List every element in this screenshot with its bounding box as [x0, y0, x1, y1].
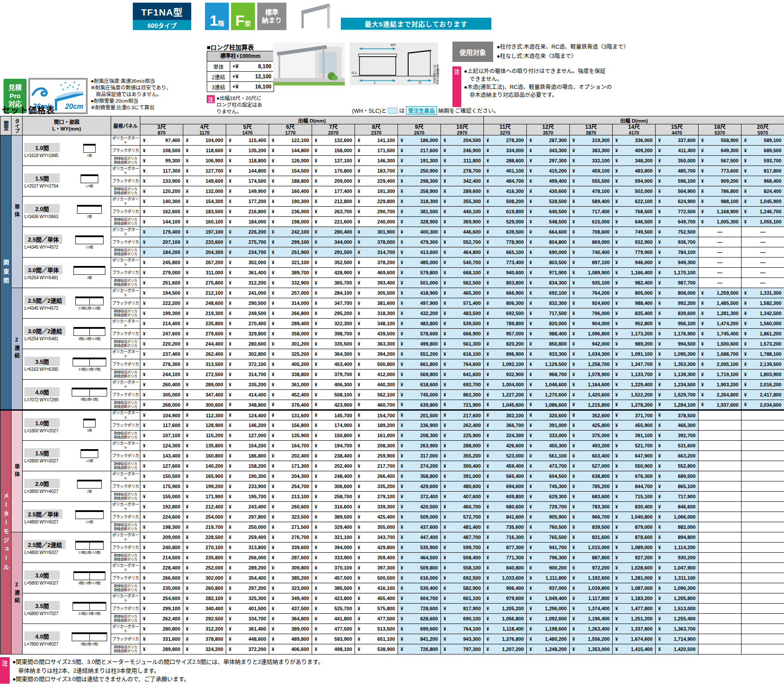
span-group: 1.5間L=2800 WY=30271.5間: [23, 441, 111, 471]
price-inner: ¥1,688,700: [699, 351, 741, 357]
yen-sign: ¥: [487, 433, 489, 438]
price-value: 943,300: [463, 636, 481, 642]
price-cell: ¥244,400: [183, 339, 226, 349]
void-cell: [699, 441, 742, 451]
price-row: 関東間単体1.0間L=1618 WY=18451間ポリカーボネート¥97,400…: [0, 135, 784, 146]
price-value: 262,400: [463, 423, 481, 428]
price-inner: ¥258,900: [398, 189, 440, 194]
header-type: タイプ: [12, 116, 23, 135]
roof-panel-label: ブラックポリカ: [111, 268, 140, 278]
price-inner: ¥289,000: [183, 382, 226, 387]
price-cell: ¥257,000: [269, 288, 312, 298]
price-inner: ¥689,500: [656, 473, 698, 479]
yen-sign: ¥: [401, 596, 403, 601]
price-value: 108,500: [162, 148, 180, 153]
yen-sign: ¥: [572, 494, 575, 499]
price-inner: ¥483,500: [441, 311, 483, 316]
yen-sign: ¥: [143, 138, 146, 143]
yen-sign: ¥: [658, 454, 661, 458]
price-cell: ¥841,600: [484, 512, 527, 522]
yen-sign: ¥: [401, 250, 403, 255]
yen-sign: ¥: [529, 433, 532, 438]
roof-panel-label: 熱線吸収ポリカ 熱線遮断ポリカ: [111, 644, 140, 654]
long-pillar-row: 単体 +¥8,100: [207, 61, 274, 71]
price-inner: ¥250,000: [226, 524, 269, 530]
type-band: 単体: [12, 410, 23, 532]
price-value: 199,300: [162, 311, 180, 316]
price-value: 716,300: [506, 535, 524, 540]
price-cell: ¥666,900: [484, 288, 527, 298]
yen-sign: ¥: [658, 321, 661, 326]
price-value: 361,400: [248, 626, 266, 631]
price-cell: ¥453,400: [312, 359, 355, 370]
span-diagram: 2.5間: [70, 235, 109, 249]
yen-sign: ¥: [272, 413, 274, 418]
price-cell: ¥562,500: [441, 278, 484, 288]
price-cell: ¥694,600: [484, 481, 527, 492]
price-inner: ¥668,100: [441, 270, 483, 275]
price-inner: ¥335,200: [355, 484, 398, 489]
price-value: 279,600: [205, 331, 223, 336]
yen-sign: ¥: [658, 291, 661, 296]
yen-sign: ¥: [143, 545, 146, 550]
price-row: 熱線吸収ポリカ 熱線遮断ポリカ¥127,600¥140,200¥158,200¥…: [0, 461, 784, 471]
yen-sign: ¥: [615, 464, 618, 469]
price-value: 300,600: [205, 402, 223, 408]
price-cell: ¥289,600: [441, 186, 484, 196]
price-cell: ¥107,100: [140, 431, 183, 441]
yen-sign: ¥: [529, 281, 532, 285]
price-value: 241,000: [248, 290, 266, 296]
price-inner: ¥329,800: [226, 331, 269, 336]
price-value: 413,600: [420, 250, 438, 255]
price-value: 538,900: [377, 647, 395, 652]
yen-sign: ¥: [487, 525, 489, 530]
price-inner: ¥1,086,600: [527, 402, 569, 408]
price-cell: ¥132,000: [183, 186, 226, 196]
price-value: 1,089,900: [588, 270, 610, 275]
price-inner: ¥297,200: [226, 585, 269, 591]
price-value: 764,600: [463, 362, 481, 367]
price-inner: ¥764,100: [441, 626, 483, 631]
yen-sign: ¥: [572, 423, 575, 428]
price-inner: ¥412,000: [355, 372, 398, 377]
price-value: 896,900: [506, 351, 524, 357]
yen-sign: ¥: [444, 169, 446, 173]
price-value: 1,284,100: [674, 402, 695, 408]
price-value: 909,200: [721, 178, 738, 184]
roof-panel-label: 熱線吸収ポリカ 熱線遮断ポリカ: [111, 186, 140, 196]
price-row: ブラックポリカ¥108,500¥118,600¥135,200¥144,800¥…: [0, 146, 784, 156]
price-inner: ¥466,300: [656, 423, 698, 428]
yen-sign: ¥: [529, 352, 532, 357]
roof-panel-label: ブラックポリカ: [111, 146, 140, 156]
price-value: 1,353,000: [588, 647, 610, 652]
price-value: 1,028,600: [631, 565, 653, 570]
yen-sign: ¥: [444, 179, 446, 184]
price-inner: ¥302,000: [183, 575, 226, 581]
price-row: 熱線吸収ポリカ 熱線遮断ポリカ¥289,800¥324,200¥372,200¥…: [0, 644, 784, 654]
yen-sign: ¥: [615, 596, 618, 601]
price-inner: ¥352,600: [570, 413, 612, 418]
price-cell: ¥309,800: [269, 563, 312, 573]
price-cell: ¥209,000: [140, 532, 183, 543]
price-cell: ¥497,900: [398, 298, 441, 308]
price-inner: ¥1,089,000: [613, 545, 655, 550]
price-cell: ¥140,300: [140, 196, 183, 207]
price-cell: ¥887,800: [570, 553, 613, 563]
price-row: ブラックポリカ¥162,600¥183,500¥216,800¥236,000¥…: [0, 207, 784, 217]
price-inner: ¥803,500: [527, 260, 569, 265]
price-inner: ¥2,139,500: [742, 362, 784, 367]
yen-sign: ¥: [572, 647, 575, 652]
price-cell: ¥1,281,000: [613, 573, 656, 583]
price-cell: ¥1,087,000: [613, 583, 656, 593]
price-value: 212,100: [205, 290, 223, 296]
yen-sign: ¥: [658, 647, 661, 652]
price-cell: ¥258,900: [398, 186, 441, 196]
yen-sign: ¥: [444, 616, 446, 621]
usage-note-text: ●上記以外の躯体への取り付けはできません。強度を保証 できません。 ●木造(通気…: [464, 66, 612, 107]
price-value: 191,300: [377, 189, 395, 194]
price-cell: ¥204,300: [183, 247, 226, 258]
depth-shaku: 8尺: [355, 124, 398, 131]
price-value: 562,500: [463, 280, 481, 285]
price-value: 411,400: [678, 148, 695, 153]
price-inner: ¥319,300: [570, 138, 612, 143]
